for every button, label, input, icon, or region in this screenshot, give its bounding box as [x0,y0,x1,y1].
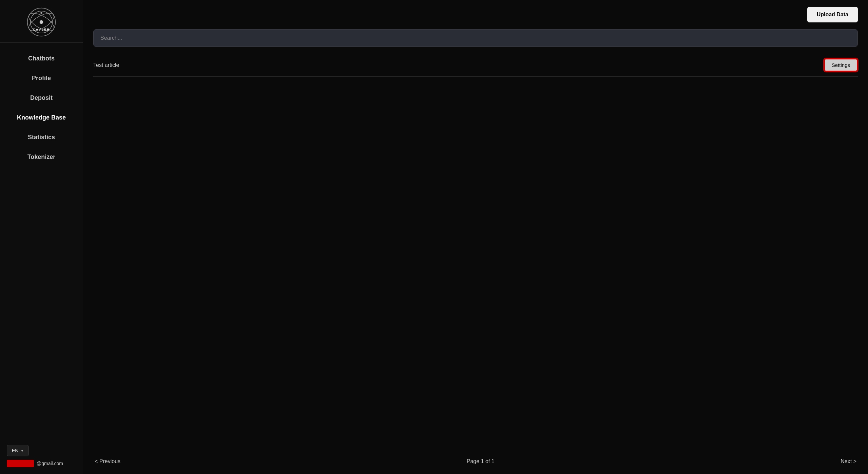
user-email-row: @gmail.com [7,460,76,467]
chevron-down-icon: ▼ [20,449,24,453]
pagination-info: Page 1 of 1 [467,458,495,464]
top-bar: Upload Data [83,0,868,29]
sidebar-item-deposit[interactable]: Deposit [0,89,83,107]
settings-button[interactable]: Settings [824,58,858,72]
cavler-logo: CAVLER [26,7,57,37]
sidebar-bottom: EN ▼ @gmail.com [0,438,83,474]
sidebar-item-knowledge-base[interactable]: Knowledge Base [0,109,83,127]
article-title: Test article [93,62,119,68]
content-area: Test article Settings [83,29,868,449]
email-suffix: @gmail.com [37,461,63,466]
sidebar-item-chatbots[interactable]: Chatbots [0,50,83,68]
svg-point-4 [40,20,43,24]
pagination: < Previous Page 1 of 1 Next > [83,449,868,474]
email-avatar [7,460,34,467]
previous-button[interactable]: < Previous [93,456,122,467]
sidebar: CAVLER Chatbots Profile Deposit Knowledg… [0,0,83,474]
svg-point-5 [40,12,42,14]
next-button[interactable]: Next > [839,456,858,467]
svg-text:CAVLER: CAVLER [33,28,50,31]
sidebar-item-statistics[interactable]: Statistics [0,128,83,146]
nav-links: Chatbots Profile Deposit Knowledge Base … [0,46,83,438]
main-content: Upload Data Test article Settings < Prev… [83,0,868,474]
upload-data-button[interactable]: Upload Data [807,7,858,22]
article-row: Test article Settings [93,54,858,77]
sidebar-item-profile[interactable]: Profile [0,69,83,87]
logo-container: CAVLER [0,0,83,43]
sidebar-item-tokenizer[interactable]: Tokenizer [0,148,83,166]
language-label: EN [12,448,18,453]
search-input[interactable] [93,29,858,47]
language-selector[interactable]: EN ▼ [7,445,29,456]
